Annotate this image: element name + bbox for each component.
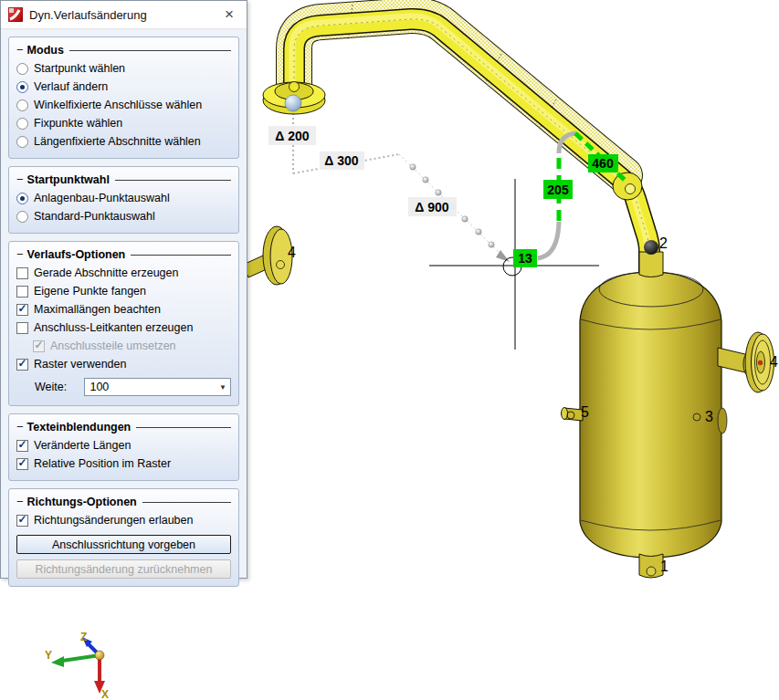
svg-text:4: 4	[288, 245, 296, 260]
group-richtungs-optionen: − Richtungs-Optionen ✓ Richtungsänderung…	[8, 488, 239, 587]
vessel-side-nozzle-hidden	[718, 408, 727, 434]
dialog-title: Dyn.Verlaufsänderung	[29, 8, 219, 22]
app-icon	[8, 7, 23, 22]
svg-text:13: 13	[518, 251, 532, 266]
group-title: Texteinblendungen	[27, 421, 132, 434]
radio-icon-selected	[16, 193, 28, 204]
richtungsaenderung-zuruecknehmen-button: Richtungsänderung zurücknehmen	[16, 559, 231, 579]
grid-position-labels[interactable]: 13 205 460	[513, 154, 618, 267]
checkbox-icon	[16, 322, 28, 334]
group-texteinblendungen: − Texteinblendungen ✓ Veränderte Längen …	[8, 413, 239, 481]
svg-text:Z: Z	[80, 631, 87, 643]
radio-icon	[16, 99, 28, 111]
app-window: Δ 200 Δ 300 Δ 900 13 205 460 1 2 3 4 5 7…	[0, 0, 779, 700]
checkbox-icon	[16, 267, 28, 279]
weite-label: Weite:	[35, 381, 84, 393]
anschlussrichtung-vorgeben-button[interactable]: Anschlussrichtung vorgeben	[16, 535, 231, 554]
group-modus: − Modus Startpunkt wählen Verlauf ändern…	[8, 37, 239, 159]
checkbox-icon	[16, 286, 28, 298]
left-flange[interactable]	[243, 226, 292, 285]
checkbox-icon-checked: ✓	[16, 515, 28, 527]
close-icon[interactable]: ×	[219, 5, 239, 25]
svg-text:Δ 900: Δ 900	[415, 200, 449, 214]
radio-anlagenbau-punktauswahl[interactable]: Anlagenbau-Punktauswahl	[16, 189, 231, 207]
svg-text:4: 4	[770, 354, 778, 370]
collapse-icon[interactable]: −	[16, 172, 24, 188]
radio-standard-punktauswahl[interactable]: Standard-Punktauswahl	[16, 207, 231, 225]
y-axis-arrow	[51, 656, 64, 667]
checkbox-veraenderte-laengen[interactable]: ✓ Veränderte Längen	[16, 436, 231, 454]
end-point-sphere[interactable]	[644, 240, 658, 255]
radio-winkelfixierte-anschluesse[interactable]: Winkelfixierte Anschlüsse wählen	[16, 96, 231, 114]
weite-value: 100	[85, 381, 216, 393]
svg-text:1: 1	[660, 559, 668, 574]
group-verlaufs-optionen: − Verlaufs-Optionen Gerade Abschnitte er…	[8, 241, 239, 406]
checkbox-icon-checked: ✓	[16, 304, 28, 316]
radio-fixpunkte[interactable]: Fixpunkte wählen	[16, 114, 231, 132]
displacement-guide-path	[293, 113, 510, 262]
checkbox-anschluss-leitkanten[interactable]: Anschluss-Leitkanten erzeugen	[16, 319, 231, 337]
delta-labels: Δ 200 Δ 300 Δ 900	[268, 126, 457, 216]
checkbox-icon-checked: ✓	[16, 359, 28, 371]
chevron-down-icon[interactable]: ▼	[216, 383, 230, 392]
group-title: Modus	[27, 44, 64, 57]
collapse-icon[interactable]: −	[16, 419, 24, 435]
collapse-icon[interactable]: −	[16, 494, 24, 510]
checkbox-maximallaengen[interactable]: ✓ Maximallängen beachten	[16, 300, 231, 319]
checkbox-icon-checked-disabled: ✓	[33, 340, 45, 352]
group-title: Startpunktwahl	[27, 173, 110, 186]
radio-icon	[16, 136, 28, 148]
radio-verlauf-aendern[interactable]: Verlauf ändern	[16, 78, 231, 96]
collapse-icon[interactable]: −	[16, 42, 24, 58]
collapse-icon[interactable]: −	[16, 246, 24, 263]
radio-icon	[16, 63, 28, 75]
svg-text:5: 5	[581, 404, 589, 420]
checkbox-gerade-abschnitte[interactable]: Gerade Abschnitte erzeugen	[16, 264, 231, 282]
radio-icon	[16, 211, 28, 223]
vessel[interactable]	[562, 252, 774, 578]
group-title: Verlaufs-Optionen	[27, 248, 126, 261]
svg-text:Y: Y	[45, 649, 52, 662]
start-point-sphere[interactable]	[285, 95, 301, 111]
vessel-right-flange[interactable]	[718, 332, 774, 392]
checkbox-icon-checked: ✓	[16, 458, 28, 470]
pipe-run[interactable]	[292, 16, 649, 274]
dialog-dyn-verlaufsaenderung: Dyn.Verlaufsänderung × − Modus Startpunk…	[0, 0, 247, 579]
checkbox-eigene-punkte[interactable]: Eigene Punkte fangen	[16, 282, 231, 300]
axes-triad: Z Y X	[45, 631, 109, 700]
radio-laengenfixierte-abschnitte[interactable]: Längenfixierte Abschnitte wählen	[16, 132, 231, 151]
radio-startpunkt-waehlen[interactable]: Startpunkt wählen	[16, 59, 231, 78]
checkbox-relative-position[interactable]: ✓ Relative Position im Raster	[16, 454, 231, 473]
svg-text:Δ 300: Δ 300	[324, 153, 359, 168]
radio-icon	[16, 118, 28, 130]
svg-text:Δ 200: Δ 200	[275, 129, 310, 143]
axes-origin	[95, 651, 104, 660]
flange-center-marker	[758, 360, 763, 365]
svg-text:2: 2	[659, 235, 668, 251]
connection-point-1-marker[interactable]	[647, 567, 656, 576]
guide-arrowhead	[496, 250, 510, 262]
elbow-collar	[613, 172, 642, 200]
group-startpunktwahl: − Startpunktwahl Anlagenbau-Punktauswahl…	[8, 166, 239, 234]
svg-text:460: 460	[592, 156, 614, 171]
weite-combobox[interactable]: 100 ▼	[84, 378, 231, 396]
group-title: Richtungs-Optionen	[27, 496, 137, 508]
vessel-top-nozzle	[639, 252, 663, 277]
svg-text:3: 3	[705, 409, 713, 424]
vessel-left-nozzle[interactable]	[562, 408, 584, 422]
radio-icon-selected	[16, 81, 28, 93]
dialog-titlebar[interactable]: Dyn.Verlaufsänderung ×	[1, 1, 247, 29]
svg-text:205: 205	[547, 183, 569, 197]
checkbox-anschlussteile-umsetzen: ✓ Anschlussteile umsetzen	[33, 337, 231, 355]
checkbox-icon-checked: ✓	[16, 440, 28, 452]
svg-text:X: X	[101, 688, 109, 700]
checkbox-richtungsaenderungen[interactable]: ✓ Richtungsänderungen erlauben	[16, 511, 231, 529]
checkbox-raster-verwenden[interactable]: ✓ Raster verwenden	[16, 355, 231, 373]
